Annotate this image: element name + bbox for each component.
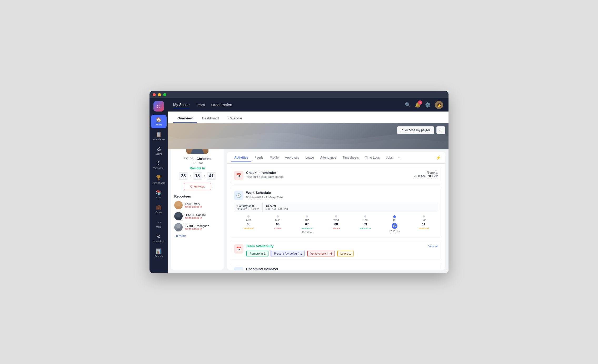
day-dot-thu xyxy=(364,215,366,218)
team-availability-card: 📅 Team Availability View all xyxy=(230,240,442,260)
act-tab-feeds[interactable]: Feeds xyxy=(251,154,266,162)
tab-calendar[interactable]: Calendar xyxy=(224,114,246,123)
act-tab-profile[interactable]: Profile xyxy=(267,154,282,162)
act-tab-attendance[interactable]: Attendance xyxy=(317,154,340,162)
schedule-header: 🕐 Work Schedule 05-May-2024 - 11-May-202… xyxy=(234,191,438,200)
profile-card: ZY198 · Christine HR Head Remote In 23 :… xyxy=(171,149,224,270)
reportees-more-link[interactable]: +8 More xyxy=(174,234,221,238)
act-tab-activities[interactable]: Activities xyxy=(231,154,251,162)
reportee-status-randall: Yet to check-in xyxy=(185,216,221,219)
day-num-sun: 05 xyxy=(247,223,250,226)
day-dot-fri xyxy=(393,215,396,218)
operations-icon: ⚙ xyxy=(157,234,161,239)
day-num-wed: 08 xyxy=(334,223,338,226)
badge-leave-label: Leave xyxy=(340,252,348,255)
day-label-tue: Tue xyxy=(305,219,309,221)
day-status-sun: Weekend xyxy=(244,227,254,230)
holidays-icon: 🏖 xyxy=(234,267,243,270)
day-status-fri: 23:18 Hrs xyxy=(389,230,400,232)
tab-overview[interactable]: Overview xyxy=(173,114,197,123)
act-tab-approvals[interactable]: Approvals xyxy=(282,154,302,162)
holidays-header: 🏖 Upcoming Holidays Christmas xyxy=(234,267,438,270)
day-status-thu: Remote In xyxy=(360,227,371,230)
nav-team[interactable]: Team xyxy=(196,102,205,108)
badge-remote-label: Remote In xyxy=(250,252,263,255)
day-label-thu: Thu xyxy=(363,219,367,221)
day-label-mon: Mon xyxy=(275,219,280,221)
checkout-button[interactable]: Check-out xyxy=(184,183,211,190)
sidebar-item-more[interactable]: ⋯ More xyxy=(151,217,167,231)
badge-present-count: 1 xyxy=(300,252,302,255)
holidays-title-row: Upcoming Holidays xyxy=(246,267,438,270)
day-col-thu: Thu 09 Remote In xyxy=(351,215,380,234)
sidebar-item-leave[interactable]: 🏖 Leave xyxy=(151,144,167,158)
day-num-fri: 10 xyxy=(392,223,397,229)
reportee-info-mary: 1237 · Mary Yet to check-in xyxy=(185,202,221,208)
profile-avatar xyxy=(186,149,209,155)
act-tab-leave[interactable]: Leave xyxy=(302,154,317,162)
act-tab-timesheets[interactable]: Timesheets xyxy=(340,154,362,162)
reportee-avatar-randall xyxy=(174,212,183,220)
filter-icon[interactable]: ⚡ xyxy=(436,155,441,160)
notifications-button[interactable]: 🔔 6 xyxy=(415,102,421,108)
shift-halfday: Half day shift 9:00 AM - 1:00 PM xyxy=(234,203,263,212)
app-logo[interactable]: ⬡ xyxy=(153,101,164,112)
day-dot-sat xyxy=(423,215,425,218)
sidebar-label-operations: Operations xyxy=(153,240,165,243)
more-icon: ⋯ xyxy=(156,219,161,225)
day-status-wed: Absent xyxy=(332,227,340,230)
day-num-thu: 09 xyxy=(363,223,367,226)
availability-view-all[interactable]: View all xyxy=(428,245,438,248)
day-label-sat: Sat xyxy=(422,219,426,221)
settings-button[interactable]: ⚙️ xyxy=(425,102,431,108)
payroll-label: Access my payroll xyxy=(405,128,431,132)
act-tab-jobs[interactable]: Jobs xyxy=(383,154,396,162)
minimize-dot[interactable] xyxy=(158,93,161,96)
app-container: ⬡ 🏠 Home 📋 Attendance 🏖 Leave ⏱ Timeshee… xyxy=(150,98,448,273)
sidebar-item-home[interactable]: 🏠 Home xyxy=(151,115,167,128)
main-content: My Space Team Organization 🔍 🔔 6 ⚙️ 👩 Ov… xyxy=(168,98,448,273)
schedule-content: Work Schedule 05-May-2024 - 11-May-2024 xyxy=(246,191,283,199)
sidebar-item-attendance[interactable]: 📋 Attendance xyxy=(151,129,167,143)
activity-tabs: Activities Feeds Profile Approvals Leave… xyxy=(227,152,445,164)
act-tab-timelogs[interactable]: Time Logs xyxy=(362,154,383,162)
schedule-shifts: Half day shift 9:00 AM - 1:00 PM General… xyxy=(234,203,438,212)
reportee-name-randall: HR204 · Randall xyxy=(185,213,221,216)
nav-organization[interactable]: Organization xyxy=(211,102,232,108)
sidebar-item-performance[interactable]: 🏆 Performance xyxy=(151,173,167,186)
search-button[interactable]: 🔍 xyxy=(405,102,411,108)
sub-tabs: Overview Dashboard Calendar xyxy=(168,112,448,123)
sidebar-label-attendance: Attendance xyxy=(153,138,165,141)
payroll-button[interactable]: ↗ Access my payroll xyxy=(397,126,435,134)
cases-icon: 💼 xyxy=(156,204,162,210)
maximize-dot[interactable] xyxy=(163,93,166,96)
day-status-mon: Absent xyxy=(274,227,281,230)
close-dot[interactable] xyxy=(153,93,156,96)
nav-myspace[interactable]: My Space xyxy=(173,102,190,108)
checkin-reminder-card: 📅 Check-in reminder Your shift has alrea… xyxy=(230,167,442,184)
reportee-item: ZY181 · Rodriguez Yet to check-in xyxy=(174,223,221,231)
sidebar-item-timesheet[interactable]: ⏱ Timesheet xyxy=(151,158,167,172)
tab-dashboard[interactable]: Dashboard xyxy=(198,114,223,123)
sidebar-item-lms[interactable]: 📚 LMS xyxy=(151,188,167,201)
checkin-subtitle: Your shift has already started xyxy=(246,175,283,178)
badge-leave-count: 1 xyxy=(349,252,351,255)
day-label-wed: Wed xyxy=(333,219,339,221)
sidebar-item-reports[interactable]: 📊 Reports xyxy=(151,246,167,260)
payroll-icon: ↗ xyxy=(401,128,403,132)
act-tab-more-icon[interactable]: ··· xyxy=(396,155,403,160)
availability-title: Team Availability xyxy=(246,244,273,248)
sidebar-item-cases[interactable]: 💼 Cases xyxy=(151,202,167,216)
sidebar-item-operations[interactable]: ⚙ Operations xyxy=(151,231,167,245)
sidebar-label-lms: LMS xyxy=(156,196,161,199)
schedule-title: Work Schedule xyxy=(246,191,283,195)
svg-point-6 xyxy=(176,213,181,217)
user-avatar[interactable]: 👩 xyxy=(435,101,443,109)
checkin-shift: General 9:00 AM-6:00 PM xyxy=(414,171,438,178)
reportee-item: 1237 · Mary Yet to check-in xyxy=(174,201,221,209)
profile-content: ZY198 · Christine HR Head Remote In 23 :… xyxy=(168,149,448,273)
timer-minutes: 18 xyxy=(193,172,202,180)
timer-seconds: 41 xyxy=(207,172,216,180)
day-col-fri: Fri 10 23:18 Hrs xyxy=(380,215,409,234)
banner-more-button[interactable]: ··· xyxy=(436,126,445,134)
